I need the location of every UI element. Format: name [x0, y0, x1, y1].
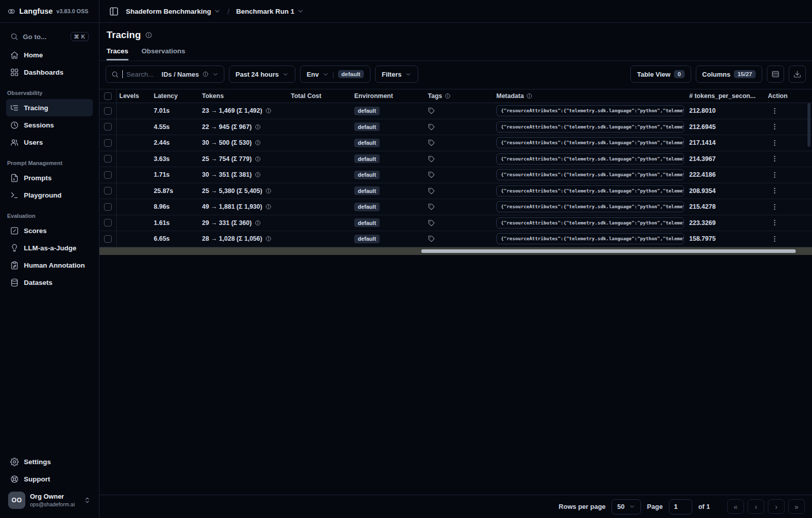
- sidebar-toggle-button[interactable]: [107, 4, 121, 18]
- table-row[interactable]: 1.61s 29 → 331 (Σ 360) default {"resourc…: [99, 215, 812, 232]
- table-row[interactable]: 4.55s 22 → 945 (Σ 967) default {"resourc…: [99, 119, 812, 136]
- next-page-button[interactable]: ›: [768, 499, 785, 514]
- row-actions-button[interactable]: [768, 219, 782, 226]
- tag-icon[interactable]: [428, 107, 435, 114]
- sidebar-item-llm-as-a-judge[interactable]: LLM-as-a-Judge: [6, 239, 93, 256]
- tab-traces[interactable]: Traces: [107, 47, 128, 60]
- tag-icon[interactable]: [428, 171, 435, 178]
- info-icon[interactable]: [265, 204, 272, 210]
- table-row[interactable]: 25.87s 25 → 5,380 (Σ 5,405) default {"re…: [99, 183, 812, 200]
- tag-icon[interactable]: [428, 219, 435, 226]
- sidebar-item-dashboards[interactable]: Dashboards: [6, 63, 93, 81]
- sidebar-item-users[interactable]: Users: [6, 134, 93, 151]
- row-checkbox[interactable]: [104, 203, 112, 211]
- table-view-button[interactable]: Table View 0: [630, 66, 691, 83]
- horizontal-scrollbar-thumb[interactable]: [421, 249, 796, 253]
- table-row[interactable]: 8.96s 49 → 1,881 (Σ 1,930) default {"res…: [99, 199, 812, 215]
- row-checkbox[interactable]: [104, 139, 112, 147]
- info-icon[interactable]: [265, 108, 272, 114]
- tag-icon[interactable]: [428, 139, 435, 146]
- tag-icon[interactable]: [428, 123, 435, 131]
- page-number-input[interactable]: [669, 499, 692, 514]
- sidebar-item-settings[interactable]: Settings: [6, 453, 93, 470]
- metadata-value[interactable]: {"resourceAttributes":{"telemetry.sdk.la…: [496, 201, 684, 212]
- info-icon[interactable]: [255, 220, 261, 226]
- tag-icon[interactable]: [428, 155, 435, 163]
- row-checkbox[interactable]: [104, 219, 112, 226]
- row-actions-button[interactable]: [768, 187, 782, 195]
- tab-observations[interactable]: Observations: [142, 47, 185, 60]
- last-page-button[interactable]: »: [788, 499, 805, 514]
- select-all-checkbox[interactable]: [104, 92, 112, 100]
- tag-icon[interactable]: [428, 203, 435, 210]
- header-checkbox-cell: [99, 89, 117, 103]
- table-row[interactable]: 1.71s 30 → 351 (Σ 381) default {"resourc…: [99, 167, 812, 183]
- info-icon[interactable]: [255, 172, 261, 178]
- tab-bar: Traces Observations: [99, 47, 812, 61]
- env-value-badge: default: [338, 70, 364, 78]
- sidebar-item-home[interactable]: Home: [6, 46, 93, 63]
- row-actions-button[interactable]: [768, 155, 782, 163]
- row-checkbox[interactable]: [104, 235, 112, 243]
- avatar: OO: [8, 492, 25, 509]
- metadata-value[interactable]: {"resourceAttributes":{"telemetry.sdk.la…: [496, 153, 684, 165]
- org-switcher[interactable]: Shadeform Benchmarking: [126, 8, 221, 15]
- info-icon[interactable]: [255, 124, 261, 130]
- row-checkbox[interactable]: [104, 107, 112, 115]
- info-icon[interactable]: [255, 140, 261, 146]
- row-actions-button[interactable]: [768, 171, 782, 179]
- columns-button[interactable]: Columns 15/27: [696, 66, 762, 83]
- tokens-per-second-cell: 214.3967: [687, 155, 765, 163]
- project-switcher[interactable]: Benchmark Run 1: [236, 8, 304, 15]
- export-button[interactable]: [789, 66, 806, 83]
- traces-table: Levels Latency Tokens Total Cost Environ…: [99, 89, 812, 255]
- row-height-button[interactable]: [767, 66, 784, 83]
- sidebar-item-playground[interactable]: Playground: [6, 186, 93, 204]
- metadata-value[interactable]: {"resourceAttributes":{"telemetry.sdk.la…: [496, 217, 684, 229]
- environment-badge: default: [354, 218, 380, 227]
- table-row[interactable]: 2.44s 30 → 500 (Σ 530) default {"resourc…: [99, 135, 812, 151]
- sidebar-item-sessions[interactable]: Sessions: [6, 116, 93, 134]
- metadata-value[interactable]: {"resourceAttributes":{"telemetry.sdk.la…: [496, 169, 684, 180]
- user-menu[interactable]: OO Org Owner ops@shadeform.ai: [6, 488, 93, 514]
- time-range-filter[interactable]: Past 24 hours: [229, 66, 295, 83]
- pagination-bar: Rows per page 50 Page of 1 « ‹ › »: [99, 495, 812, 518]
- filters-button[interactable]: Filters: [375, 66, 418, 83]
- rows-per-page-select[interactable]: 50: [612, 499, 640, 514]
- metadata-value[interactable]: {"resourceAttributes":{"telemetry.sdk.la…: [496, 121, 684, 133]
- sidebar-item-tracing[interactable]: Tracing: [6, 99, 93, 116]
- sidebar-item-scores[interactable]: Scores: [6, 222, 93, 239]
- sidebar-item-support[interactable]: Support: [6, 470, 93, 488]
- table-row[interactable]: 3.63s 25 → 754 (Σ 779) default {"resourc…: [99, 151, 812, 168]
- vertical-scrollbar-thumb[interactable]: [807, 103, 810, 147]
- info-icon[interactable]: [255, 156, 261, 162]
- metadata-value[interactable]: {"resourceAttributes":{"telemetry.sdk.la…: [496, 137, 684, 148]
- env-filter[interactable]: Env | default: [300, 66, 370, 83]
- metadata-value[interactable]: {"resourceAttributes":{"telemetry.sdk.la…: [496, 233, 684, 244]
- row-checkbox[interactable]: [104, 187, 112, 195]
- row-actions-button[interactable]: [768, 203, 782, 211]
- sidebar-item-datasets[interactable]: Datasets: [6, 274, 93, 291]
- prev-page-button[interactable]: ‹: [748, 499, 764, 514]
- row-checkbox[interactable]: [104, 171, 112, 179]
- row-actions-button[interactable]: [768, 123, 782, 131]
- search-input[interactable]: Search... IDs / Names: [106, 66, 224, 83]
- table-row[interactable]: 7.01s 23 → 1,469 (Σ 1,492) default {"res…: [99, 103, 812, 119]
- tag-icon[interactable]: [428, 235, 435, 242]
- info-icon[interactable]: [265, 236, 272, 242]
- row-checkbox[interactable]: [104, 123, 112, 131]
- metadata-value[interactable]: {"resourceAttributes":{"telemetry.sdk.la…: [496, 105, 684, 116]
- metadata-value[interactable]: {"resourceAttributes":{"telemetry.sdk.la…: [496, 185, 684, 197]
- row-actions-button[interactable]: [768, 107, 782, 115]
- row-checkbox[interactable]: [104, 155, 112, 163]
- row-actions-button[interactable]: [768, 235, 782, 243]
- goto-search[interactable]: Go to... ⌘ K: [6, 29, 93, 44]
- first-page-button[interactable]: «: [727, 499, 744, 514]
- table-row[interactable]: 6.65s 28 → 1,028 (Σ 1,056) default {"res…: [99, 231, 812, 247]
- row-actions-button[interactable]: [768, 139, 782, 147]
- sidebar-item-prompts[interactable]: Prompts: [6, 169, 93, 186]
- info-icon[interactable]: [265, 188, 272, 194]
- info-icon[interactable]: [145, 31, 152, 39]
- tag-icon[interactable]: [428, 187, 435, 195]
- sidebar-item-human-annotation[interactable]: Human Annotation: [6, 256, 93, 274]
